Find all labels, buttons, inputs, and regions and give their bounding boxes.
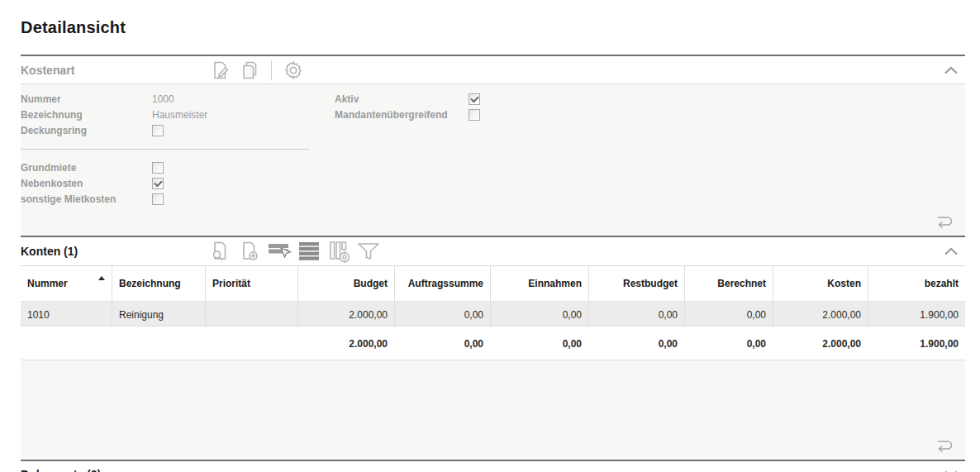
total-bezahlt: 1.900,00 bbox=[868, 327, 965, 360]
column-header-bezahlt[interactable]: bezahlt bbox=[868, 266, 965, 301]
edit-button[interactable] bbox=[208, 59, 231, 82]
column-header-berechnet[interactable]: Berechnet bbox=[684, 266, 773, 301]
konten-collapse-button[interactable] bbox=[942, 242, 960, 260]
sonstige-mietkosten-checkbox[interactable] bbox=[152, 193, 164, 205]
total-auftragssumme: 0,00 bbox=[394, 327, 490, 360]
rows-icon bbox=[297, 241, 321, 262]
filter-icon bbox=[356, 241, 381, 262]
column-label: bezahlt bbox=[925, 278, 959, 289]
konten-undo-button[interactable] bbox=[933, 436, 954, 455]
kostenart-body: Nummer 1000 Bezeichnung Hausmeister Deck… bbox=[21, 83, 965, 236]
view-document-button[interactable] bbox=[208, 240, 231, 263]
return-arrow-icon bbox=[933, 212, 954, 231]
column-header-kosten[interactable]: Kosten bbox=[773, 266, 868, 301]
nebenkosten-checkbox[interactable] bbox=[152, 178, 164, 189]
total-budget: 2.000,00 bbox=[297, 327, 394, 360]
column-settings-button[interactable] bbox=[327, 240, 350, 263]
cell-nummer: 1010 bbox=[21, 302, 112, 327]
section-kostenart: Kostenart bbox=[21, 55, 965, 236]
add-document-button[interactable] bbox=[238, 240, 261, 263]
column-label: Bezeichnung bbox=[119, 278, 181, 289]
column-label: Einnahmen bbox=[528, 278, 582, 289]
kostenart-left-column: Nummer 1000 Bezeichnung Hausmeister Deck… bbox=[21, 91, 310, 207]
cell-berechnet: 0,00 bbox=[684, 302, 773, 327]
total-restbudget: 0,00 bbox=[588, 327, 684, 360]
column-label: Auftragssumme bbox=[408, 278, 483, 289]
field-label: Mandantenübergreifend bbox=[335, 109, 469, 121]
total-bezeichnung bbox=[112, 327, 205, 360]
cell-prioritaet bbox=[205, 302, 297, 327]
konten-title: Konten (1) bbox=[21, 245, 208, 258]
settings-icon bbox=[283, 60, 304, 81]
aktiv-checkbox[interactable] bbox=[469, 93, 480, 105]
page-header: Detailansicht bbox=[21, 0, 965, 55]
field-value: Hausmeister bbox=[152, 109, 207, 121]
field-grundmiete: Grundmiete bbox=[21, 160, 310, 175]
cell-bezeichnung: Reinigung bbox=[112, 302, 205, 327]
field-label: Nebenkosten bbox=[21, 178, 152, 189]
select-rows-button[interactable] bbox=[268, 240, 291, 263]
column-header-prioritaet[interactable]: Priorität bbox=[205, 266, 297, 301]
field-mandantenuebergreifend: Mandantenübergreifend bbox=[335, 107, 480, 122]
return-arrow-icon bbox=[933, 436, 954, 455]
column-label: Nummer bbox=[27, 278, 68, 289]
column-header-nummer[interactable]: Nummer bbox=[21, 266, 112, 301]
field-label: sonstige Mietkosten bbox=[21, 193, 152, 205]
page-title: Detailansicht bbox=[21, 18, 126, 37]
select-rows-icon bbox=[267, 241, 292, 262]
cell-einnahmen: 0,00 bbox=[490, 302, 588, 327]
cell-kosten: 2.000,00 bbox=[773, 302, 868, 327]
total-einnahmen: 0,00 bbox=[490, 327, 588, 360]
grundmiete-checkbox[interactable] bbox=[152, 162, 164, 174]
chevron-up-icon bbox=[944, 65, 959, 75]
toolbar-divider bbox=[271, 60, 272, 80]
kostenart-toolbar bbox=[208, 59, 305, 82]
copy-icon bbox=[239, 60, 260, 81]
rows-button[interactable] bbox=[297, 240, 321, 263]
field-nebenkosten: Nebenkosten bbox=[21, 175, 310, 191]
field-label: Grundmiete bbox=[21, 162, 152, 174]
column-header-budget[interactable]: Budget bbox=[297, 266, 394, 301]
column-header-auftragssumme[interactable]: Auftragssumme bbox=[394, 266, 490, 301]
total-kosten: 2.000,00 bbox=[773, 327, 868, 360]
column-header-einnahmen[interactable]: Einnahmen bbox=[490, 266, 588, 301]
column-header-bezeichnung[interactable]: Bezeichnung bbox=[112, 266, 205, 301]
mandantenuebergreifend-checkbox[interactable] bbox=[469, 109, 480, 121]
section-dokumente: Dokumente (0) bbox=[21, 460, 965, 472]
field-value: 1000 bbox=[152, 93, 174, 105]
konten-toolbar bbox=[208, 240, 380, 263]
column-header-restbudget[interactable]: Restbudget bbox=[588, 266, 684, 301]
copy-button[interactable] bbox=[238, 59, 261, 82]
field-nummer: Nummer 1000 bbox=[21, 91, 310, 107]
field-deckungsring: Deckungsring bbox=[21, 122, 310, 138]
table-row[interactable]: 1010 Reinigung 2.000,00 0,00 0,00 0,00 0… bbox=[21, 301, 965, 327]
column-label: Kosten bbox=[827, 278, 861, 289]
form-divider bbox=[21, 149, 310, 150]
deckungsring-checkbox[interactable] bbox=[152, 125, 164, 136]
kostenart-right-column: Aktiv Mandantenübergreifend bbox=[335, 91, 480, 122]
field-label: Nummer bbox=[21, 93, 152, 105]
kostenart-title: Kostenart bbox=[21, 64, 208, 77]
detail-view-page: Detailansicht Kostenart bbox=[0, 0, 980, 472]
section-konten: Konten (1) bbox=[21, 236, 965, 460]
kostenart-collapse-button[interactable] bbox=[942, 61, 960, 79]
edit-icon bbox=[209, 60, 231, 81]
field-label: Deckungsring bbox=[21, 125, 152, 136]
dokumente-expand-button[interactable] bbox=[942, 465, 960, 472]
filter-button[interactable] bbox=[357, 240, 380, 263]
cell-restbudget: 0,00 bbox=[588, 302, 684, 327]
chevron-up-icon bbox=[944, 246, 959, 256]
view-document-icon bbox=[208, 240, 231, 263]
column-label: Berechnet bbox=[717, 278, 766, 289]
konten-body: Nummer Bezeichnung Priorität Budget Auft… bbox=[21, 265, 965, 460]
field-label: Bezeichnung bbox=[21, 109, 152, 121]
total-prioritaet bbox=[205, 327, 297, 360]
table-totals-row: 2.000,00 0,00 0,00 0,00 0,00 2.000,00 1.… bbox=[21, 327, 965, 360]
konten-header: Konten (1) bbox=[21, 237, 965, 265]
settings-button[interactable] bbox=[282, 59, 305, 82]
cell-bezahlt: 1.900,00 bbox=[868, 302, 965, 327]
sort-ascending-icon bbox=[98, 276, 105, 280]
kostenart-undo-button[interactable] bbox=[933, 212, 954, 231]
konten-table-header: Nummer Bezeichnung Priorität Budget Auft… bbox=[21, 266, 965, 301]
kostenart-header: Kostenart bbox=[21, 56, 965, 83]
